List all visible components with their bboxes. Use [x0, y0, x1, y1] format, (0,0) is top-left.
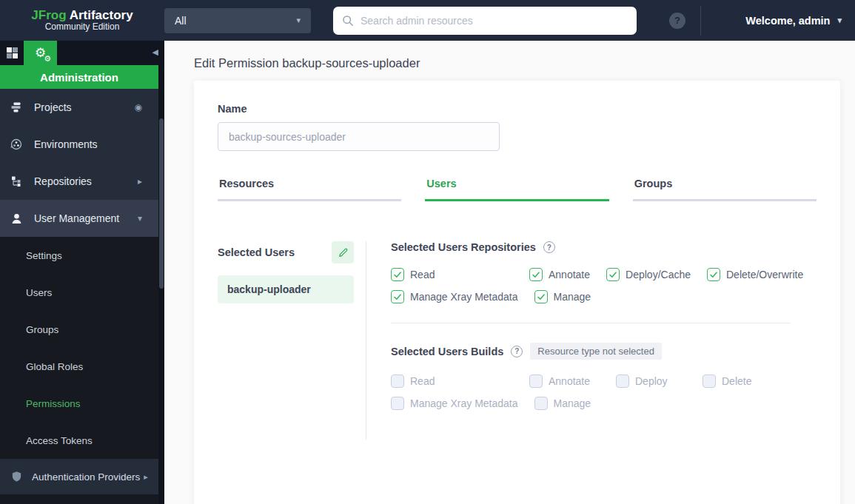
checkbox-repos-manage[interactable]: Manage: [534, 290, 591, 303]
permission-card: Name Resources Users Groups Selected Use…: [194, 81, 840, 504]
sidebar-subitem-permissions[interactable]: Permissions: [0, 385, 158, 422]
gear-small-icon: ⚙: [44, 55, 51, 63]
help-question-icon[interactable]: ?: [543, 241, 555, 253]
checkbox-unchecked-icon: [391, 374, 404, 388]
users-tab-panel: Selected Users backup-uploader Selected …: [218, 241, 817, 440]
sidebar-item-label: User Management: [34, 212, 138, 224]
selected-users-title: Selected Users: [218, 246, 295, 258]
sidebar-subitem-groups[interactable]: Groups: [0, 311, 158, 348]
user-icon: [7, 212, 25, 225]
sidebar-item-label: Authentication Providers: [32, 471, 140, 483]
chevron-down-icon: ▾: [138, 213, 142, 224]
repositories-section-title: Selected Users Repositories: [391, 241, 536, 253]
tab-users[interactable]: Users: [425, 178, 608, 201]
help-icon[interactable]: ?: [669, 13, 685, 29]
chevron-right-icon: ▸: [144, 472, 148, 482]
grid-icon: [7, 47, 18, 58]
checkbox-repos-annotate[interactable]: Annotate: [529, 268, 590, 281]
status-badge: Resource type not selected: [530, 343, 662, 360]
help-question-icon[interactable]: ?: [511, 346, 523, 357]
topbar: JFrog Artifactory Community Edition All …: [0, 0, 855, 41]
sidebar-item-user-management[interactable]: User Management ▾: [0, 200, 158, 237]
repositories-icon: [7, 175, 25, 187]
admin-module-tab[interactable]: ⚙ ⚙: [24, 41, 57, 65]
repositories-permissions-row-2: Manage Xray Metadata Manage: [391, 290, 817, 303]
checkbox-builds-deploy: Deploy: [616, 374, 686, 388]
checkbox-repos-read[interactable]: Read: [391, 268, 513, 281]
chevron-right-icon: ▸: [138, 176, 142, 187]
sidebar-subitem-users[interactable]: Users: [0, 274, 158, 311]
user-menu-label: Welcome, admin: [745, 15, 830, 27]
builds-section-title: Selected Users Builds: [391, 346, 503, 357]
sidebar-subitem-settings[interactable]: Settings: [0, 237, 158, 274]
app-logo: JFrog Artifactory Community Edition: [0, 8, 164, 33]
scope-dropdown[interactable]: All ▾: [164, 8, 311, 33]
tab-bar: Resources Users Groups: [218, 178, 817, 201]
tab-groups[interactable]: Groups: [633, 178, 817, 201]
chevron-down-icon: ▾: [296, 16, 301, 25]
repositories-permissions-row-1: Read Annotate Deploy/Cache Delete/Overwr…: [391, 268, 817, 281]
logo-brand: JFrog: [31, 8, 66, 22]
checkbox-unchecked-icon: [534, 397, 548, 410]
shield-icon: [7, 471, 25, 483]
sidebar-subitem-global-roles[interactable]: Global Roles: [0, 348, 158, 385]
user-management-submenu: Settings Users Groups Global Roles Permi…: [0, 237, 158, 459]
sidebar-item-projects[interactable]: Projects ◉: [0, 89, 158, 126]
sidebar-nav: Projects ◉ Environments Repositories ▸ U…: [0, 89, 158, 237]
section-divider: [391, 323, 791, 323]
sidebar-subitem-access-tokens[interactable]: Access Tokens: [0, 422, 158, 459]
checkbox-checked-icon: [391, 268, 404, 281]
checkbox-builds-manage: Manage: [534, 397, 605, 410]
edit-users-button[interactable]: [332, 241, 354, 263]
checkbox-builds-manage-xray: Manage Xray Metadata: [391, 397, 518, 410]
pencil-icon: [338, 247, 349, 258]
chevron-down-icon: ▾: [837, 16, 842, 25]
checkbox-checked-icon: [391, 290, 404, 303]
selected-users-panel: Selected Users backup-uploader: [218, 241, 354, 303]
logo-title: JFrog Artifactory: [0, 8, 164, 23]
checkbox-unchecked-icon: [391, 397, 404, 410]
sidebar-item-repositories[interactable]: Repositories ▸: [0, 163, 158, 200]
builds-permissions-row-1: Read Annotate Deploy Delete: [391, 374, 817, 388]
checkbox-checked-icon: [606, 268, 620, 281]
checkbox-checked-icon: [529, 268, 543, 281]
administration-banner: Administration: [0, 65, 158, 89]
user-menu[interactable]: Welcome, admin ▾: [701, 15, 855, 27]
checkbox-builds-delete: Delete: [703, 374, 773, 388]
checkbox-unchecked-icon: [703, 374, 716, 388]
tab-resources[interactable]: Resources: [218, 178, 401, 201]
permissions-panel: Selected Users Repositories ? Read Annot…: [366, 241, 817, 410]
checkbox-unchecked-icon: [616, 374, 629, 388]
search-icon: [342, 15, 354, 27]
admin-search[interactable]: [333, 7, 637, 35]
search-input[interactable]: [361, 15, 628, 27]
checkbox-builds-read: Read: [391, 374, 513, 388]
sidebar-scrollbar-track: [158, 41, 164, 504]
sidebar-item-environments[interactable]: Environments: [0, 126, 158, 163]
sidebar-item-authentication-providers[interactable]: Authentication Providers ▸: [0, 459, 158, 494]
checkbox-unchecked-icon: [529, 374, 543, 388]
builds-permissions-row-2: Manage Xray Metadata Manage: [391, 397, 817, 410]
selected-user-item[interactable]: backup-uploader: [218, 275, 354, 303]
target-icon[interactable]: ◉: [135, 102, 142, 112]
logo-edition: Community Edition: [0, 22, 164, 33]
sidebar-collapse-button[interactable]: ◀: [152, 47, 158, 57]
checkbox-builds-annotate: Annotate: [529, 374, 600, 388]
checkbox-repos-deploy-cache[interactable]: Deploy/Cache: [606, 268, 691, 281]
name-input[interactable]: [218, 122, 500, 151]
sidebar-scrollbar-thumb[interactable]: [159, 118, 164, 289]
main-content: Edit Permission backup-sources-uploader …: [164, 41, 855, 504]
page-title: Edit Permission backup-sources-uploader: [194, 56, 855, 70]
checkbox-repos-delete-overwrite[interactable]: Delete/Overwrite: [707, 268, 803, 281]
sidebar-item-label: Environments: [34, 138, 142, 150]
sidebar-item-label: Repositories: [34, 175, 138, 187]
checkbox-checked-icon: [534, 290, 548, 303]
projects-icon: [7, 101, 25, 113]
sidebar-module-strip: ⚙ ⚙ ◀: [0, 41, 164, 65]
checkbox-repos-manage-xray[interactable]: Manage Xray Metadata: [391, 290, 518, 303]
logo-product: Artifactory: [70, 8, 133, 22]
sidebar: ⚙ ⚙ ◀ Administration Projects ◉ Environm…: [0, 41, 164, 504]
app-switcher-button[interactable]: [0, 41, 24, 65]
sidebar-item-label: Projects: [34, 101, 135, 113]
name-label: Name: [218, 103, 817, 115]
